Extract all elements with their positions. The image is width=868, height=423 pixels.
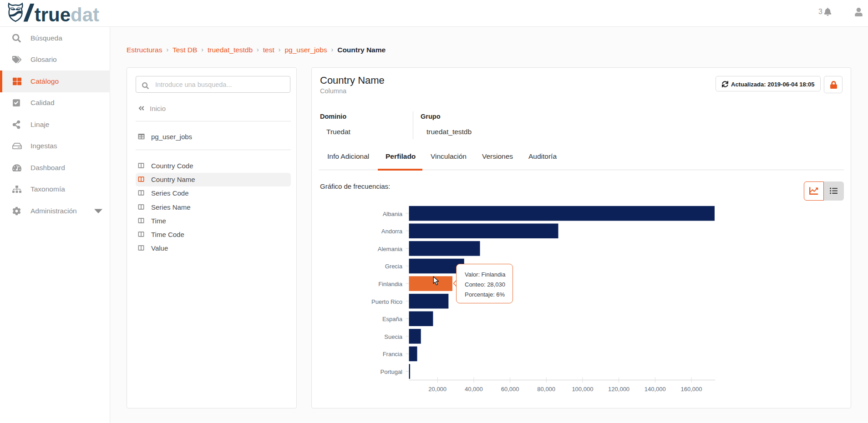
svg-text:truedat: truedat bbox=[35, 4, 99, 25]
